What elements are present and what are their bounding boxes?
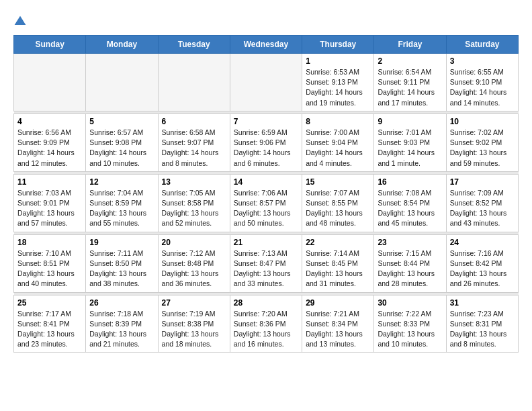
- day-number: 22: [306, 238, 370, 247]
- page-header: [13, 13, 519, 28]
- day-number: 21: [234, 238, 298, 247]
- day-number: 6: [162, 117, 226, 126]
- column-header-tuesday: Tuesday: [158, 36, 230, 54]
- day-info: Sunrise: 7:01 AM Sunset: 9:03 PM Dayligh…: [378, 128, 442, 169]
- column-header-monday: Monday: [86, 36, 158, 54]
- day-info: Sunrise: 7:07 AM Sunset: 8:55 PM Dayligh…: [306, 188, 370, 229]
- calendar-week-1: 1Sunrise: 6:53 AM Sunset: 9:13 PM Daylig…: [14, 54, 519, 111]
- column-header-sunday: Sunday: [14, 36, 86, 54]
- calendar-day: 25Sunrise: 7:17 AM Sunset: 8:41 PM Dayli…: [14, 295, 86, 353]
- calendar-day: 3Sunrise: 6:55 AM Sunset: 9:10 PM Daylig…: [446, 54, 518, 111]
- calendar-day: 4Sunrise: 6:56 AM Sunset: 9:09 PM Daylig…: [14, 113, 86, 171]
- calendar-day: 22Sunrise: 7:14 AM Sunset: 8:45 PM Dayli…: [302, 234, 374, 292]
- day-number: 27: [162, 298, 226, 308]
- day-number: 16: [378, 177, 442, 187]
- calendar-day: 30Sunrise: 7:22 AM Sunset: 8:33 PM Dayli…: [374, 295, 446, 353]
- calendar-day: 8Sunrise: 7:00 AM Sunset: 9:04 PM Daylig…: [302, 113, 374, 171]
- day-number: 5: [89, 117, 154, 126]
- day-info: Sunrise: 6:58 AM Sunset: 9:07 PM Dayligh…: [162, 128, 226, 169]
- day-info: Sunrise: 7:19 AM Sunset: 8:38 PM Dayligh…: [162, 309, 226, 350]
- day-number: 18: [17, 238, 82, 247]
- day-info: Sunrise: 7:11 AM Sunset: 8:50 PM Dayligh…: [89, 248, 154, 289]
- calendar-day: 24Sunrise: 7:16 AM Sunset: 8:42 PM Dayli…: [446, 234, 518, 292]
- day-number: 23: [378, 238, 442, 247]
- calendar-day: [158, 54, 230, 111]
- calendar-day: 26Sunrise: 7:18 AM Sunset: 8:39 PM Dayli…: [86, 295, 158, 353]
- day-info: Sunrise: 7:03 AM Sunset: 9:01 PM Dayligh…: [17, 188, 82, 229]
- day-info: Sunrise: 7:14 AM Sunset: 8:45 PM Dayligh…: [306, 248, 370, 289]
- calendar-day: 23Sunrise: 7:15 AM Sunset: 8:44 PM Dayli…: [374, 234, 446, 292]
- day-number: 20: [162, 238, 226, 247]
- calendar-day: 31Sunrise: 7:23 AM Sunset: 8:31 PM Dayli…: [446, 295, 518, 353]
- day-info: Sunrise: 6:54 AM Sunset: 9:11 PM Dayligh…: [378, 67, 442, 108]
- day-info: Sunrise: 6:59 AM Sunset: 9:06 PM Dayligh…: [234, 128, 298, 169]
- calendar-day: 27Sunrise: 7:19 AM Sunset: 8:38 PM Dayli…: [158, 295, 230, 353]
- svg-marker-0: [15, 16, 26, 25]
- day-number: 17: [450, 177, 515, 187]
- calendar-week-2: 4Sunrise: 6:56 AM Sunset: 9:09 PM Daylig…: [14, 113, 519, 171]
- column-header-wednesday: Wednesday: [230, 36, 302, 54]
- calendar-day: 15Sunrise: 7:07 AM Sunset: 8:55 PM Dayli…: [302, 174, 374, 232]
- calendar-day: 5Sunrise: 6:57 AM Sunset: 9:08 PM Daylig…: [86, 113, 158, 171]
- day-info: Sunrise: 6:56 AM Sunset: 9:09 PM Dayligh…: [17, 128, 82, 169]
- logo: [13, 13, 30, 28]
- day-number: 10: [450, 117, 515, 126]
- calendar-week-3: 11Sunrise: 7:03 AM Sunset: 9:01 PM Dayli…: [14, 174, 519, 232]
- calendar-day: 20Sunrise: 7:12 AM Sunset: 8:48 PM Dayli…: [158, 234, 230, 292]
- day-number: 14: [234, 177, 298, 187]
- day-number: 28: [234, 298, 298, 308]
- day-info: Sunrise: 7:12 AM Sunset: 8:48 PM Dayligh…: [162, 248, 226, 289]
- calendar-day: 12Sunrise: 7:04 AM Sunset: 8:59 PM Dayli…: [86, 174, 158, 232]
- calendar-day: 7Sunrise: 6:59 AM Sunset: 9:06 PM Daylig…: [230, 113, 302, 171]
- column-header-friday: Friday: [374, 36, 446, 54]
- calendar-day: 28Sunrise: 7:20 AM Sunset: 8:36 PM Dayli…: [230, 295, 302, 353]
- calendar-day: 2Sunrise: 6:54 AM Sunset: 9:11 PM Daylig…: [374, 54, 446, 111]
- day-number: 13: [162, 177, 226, 187]
- day-info: Sunrise: 7:21 AM Sunset: 8:34 PM Dayligh…: [306, 309, 370, 350]
- calendar-header-row: SundayMondayTuesdayWednesdayThursdayFrid…: [14, 36, 519, 54]
- calendar-day: 18Sunrise: 7:10 AM Sunset: 8:51 PM Dayli…: [14, 234, 86, 292]
- day-info: Sunrise: 7:05 AM Sunset: 8:58 PM Dayligh…: [162, 188, 226, 229]
- day-info: Sunrise: 7:10 AM Sunset: 8:51 PM Dayligh…: [17, 248, 82, 289]
- day-info: Sunrise: 7:09 AM Sunset: 8:52 PM Dayligh…: [450, 188, 515, 229]
- day-info: Sunrise: 7:02 AM Sunset: 9:02 PM Dayligh…: [450, 128, 515, 169]
- day-info: Sunrise: 7:08 AM Sunset: 8:54 PM Dayligh…: [378, 188, 442, 229]
- calendar-day: 19Sunrise: 7:11 AM Sunset: 8:50 PM Dayli…: [86, 234, 158, 292]
- column-header-thursday: Thursday: [302, 36, 374, 54]
- calendar-day: 1Sunrise: 6:53 AM Sunset: 9:13 PM Daylig…: [302, 54, 374, 111]
- calendar-day: 14Sunrise: 7:06 AM Sunset: 8:57 PM Dayli…: [230, 174, 302, 232]
- day-number: 2: [378, 56, 442, 66]
- day-number: 4: [17, 117, 82, 126]
- day-info: Sunrise: 6:57 AM Sunset: 9:08 PM Dayligh…: [89, 128, 154, 169]
- day-info: Sunrise: 7:15 AM Sunset: 8:44 PM Dayligh…: [378, 248, 442, 289]
- logo-icon: [13, 15, 27, 28]
- day-info: Sunrise: 7:06 AM Sunset: 8:57 PM Dayligh…: [234, 188, 298, 229]
- day-info: Sunrise: 7:00 AM Sunset: 9:04 PM Dayligh…: [306, 128, 370, 169]
- day-number: 12: [89, 177, 154, 187]
- day-number: 1: [306, 56, 370, 66]
- day-number: 7: [234, 117, 298, 126]
- day-info: Sunrise: 7:13 AM Sunset: 8:47 PM Dayligh…: [234, 248, 298, 289]
- column-header-saturday: Saturday: [446, 36, 518, 54]
- calendar-table: SundayMondayTuesdayWednesdayThursdayFrid…: [13, 35, 519, 353]
- day-info: Sunrise: 7:22 AM Sunset: 8:33 PM Dayligh…: [378, 309, 442, 350]
- day-number: 3: [450, 56, 515, 66]
- day-info: Sunrise: 6:53 AM Sunset: 9:13 PM Dayligh…: [306, 67, 370, 108]
- calendar-day: 13Sunrise: 7:05 AM Sunset: 8:58 PM Dayli…: [158, 174, 230, 232]
- calendar-day: 10Sunrise: 7:02 AM Sunset: 9:02 PM Dayli…: [446, 113, 518, 171]
- day-number: 8: [306, 117, 370, 126]
- day-info: Sunrise: 7:23 AM Sunset: 8:31 PM Dayligh…: [450, 309, 515, 350]
- calendar-day: [86, 54, 158, 111]
- day-number: 19: [89, 238, 154, 247]
- calendar-week-4: 18Sunrise: 7:10 AM Sunset: 8:51 PM Dayli…: [14, 234, 519, 292]
- calendar-day: [14, 54, 86, 111]
- calendar-day: [230, 54, 302, 111]
- calendar-day: 9Sunrise: 7:01 AM Sunset: 9:03 PM Daylig…: [374, 113, 446, 171]
- calendar-day: 16Sunrise: 7:08 AM Sunset: 8:54 PM Dayli…: [374, 174, 446, 232]
- day-number: 24: [450, 238, 515, 247]
- calendar-day: 21Sunrise: 7:13 AM Sunset: 8:47 PM Dayli…: [230, 234, 302, 292]
- day-info: Sunrise: 7:16 AM Sunset: 8:42 PM Dayligh…: [450, 248, 515, 289]
- day-number: 25: [17, 298, 82, 308]
- day-number: 15: [306, 177, 370, 187]
- day-number: 30: [378, 298, 442, 308]
